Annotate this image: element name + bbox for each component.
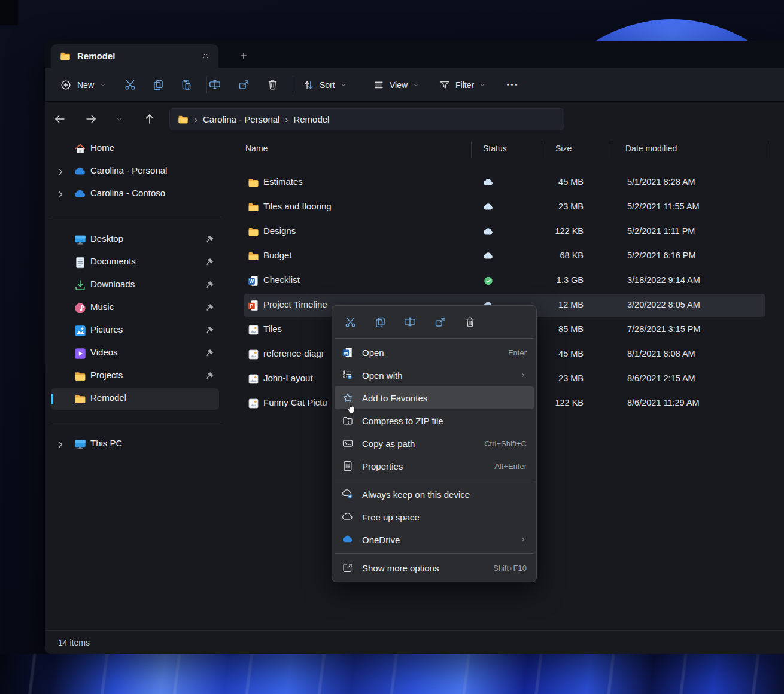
menu-item-show-more-options[interactable]: Show more options Shift+F10 (335, 556, 534, 579)
open-with-icon (342, 369, 354, 381)
sidebar-item-projects[interactable]: Projects (45, 365, 227, 388)
sort-dropdown[interactable]: Sort (298, 74, 352, 95)
cloud-status-icon (482, 251, 495, 262)
sidebar-item-documents[interactable]: Documents (45, 251, 227, 274)
view-label: View (390, 80, 408, 90)
column-divider[interactable] (471, 142, 472, 158)
onedrive-icon (342, 534, 354, 546)
pin-icon (204, 371, 215, 382)
share-icon[interactable] (429, 311, 451, 333)
recent-locations-button[interactable] (111, 111, 127, 127)
sidebar-item-carolina-personal[interactable]: Carolina - Personal (45, 160, 227, 183)
breadcrumb-chevron-icon: › (285, 114, 288, 124)
quick-actions-row (335, 308, 534, 336)
videos-icon (74, 347, 87, 360)
file-row-budget[interactable]: Budget 68 KB 5/2/2021 6:16 PM (242, 244, 784, 269)
menu-item-always-keep-on-device[interactable]: Always keep on this device (335, 483, 534, 506)
menu-item-free-up-space[interactable]: Free up space (335, 506, 534, 528)
column-divider[interactable] (542, 142, 542, 158)
file-row-tiles-and-flooring[interactable]: Tiles and flooring 23 MB 5/2/2021 11:55 … (242, 195, 784, 220)
pin-icon (204, 235, 215, 245)
paste-button[interactable] (175, 74, 197, 95)
copy-icon[interactable] (369, 311, 391, 333)
cloud-icon (342, 511, 354, 523)
see-more-button[interactable]: ••• (501, 74, 525, 95)
close-tab-button[interactable] (198, 49, 212, 63)
menu-item-onedrive[interactable]: OneDrive (335, 528, 534, 551)
cloud-status-icon (482, 202, 495, 213)
up-button[interactable] (139, 108, 160, 130)
pictures-icon (74, 324, 87, 337)
column-headers: Name Status Size Date modified (242, 136, 784, 163)
column-divider[interactable] (768, 142, 768, 158)
column-header-size[interactable]: Size (555, 144, 572, 153)
selection-accent-pill (51, 394, 53, 404)
tab-remodel[interactable]: Remodel (51, 44, 218, 68)
wallpaper-petals (0, 654, 784, 694)
address-bar[interactable]: › Carolina - Personal › Remodel (169, 108, 564, 130)
rename-button[interactable] (204, 74, 226, 95)
menu-divider (335, 480, 533, 480)
back-button[interactable] (49, 108, 71, 130)
file-row-estimates[interactable]: Estimates 45 MB 5/1/2021 8:28 AM (242, 171, 784, 195)
word-file-icon (247, 275, 260, 287)
folder-icon (177, 114, 189, 126)
view-dropdown[interactable]: View (368, 74, 424, 95)
plus-circle-icon (60, 79, 72, 91)
sidebar-item-home[interactable]: Home (45, 138, 227, 160)
folder-icon (59, 50, 71, 62)
expand-chevron-icon[interactable] (54, 188, 66, 200)
delete-button[interactable] (262, 74, 283, 95)
column-header-status[interactable]: Status (483, 144, 507, 153)
cut-button[interactable] (119, 74, 141, 95)
expand-chevron-icon[interactable] (54, 439, 66, 451)
navigation-bar: › Carolina - Personal › Remodel (45, 102, 784, 136)
sidebar-item-music[interactable]: Music (45, 297, 227, 319)
downloads-icon (74, 279, 87, 292)
filter-dropdown[interactable]: Filter (434, 74, 491, 95)
forward-button[interactable] (80, 108, 102, 130)
menu-item-add-to-favorites[interactable]: Add to Favorites (335, 386, 534, 409)
delete-icon[interactable] (459, 311, 481, 333)
menu-item-properties[interactable]: Properties Alt+Enter (335, 455, 534, 477)
rename-icon[interactable] (399, 311, 421, 333)
pin-icon (204, 348, 215, 359)
column-divider[interactable] (612, 142, 612, 158)
desktop-icon (74, 233, 87, 246)
cut-icon[interactable] (339, 311, 361, 333)
sidebar-item-downloads[interactable]: Downloads (45, 274, 227, 297)
image-file-icon (247, 348, 260, 361)
new-button[interactable]: New (54, 74, 113, 95)
breadcrumb-current[interactable]: Remodel (293, 114, 329, 124)
column-header-date[interactable]: Date modified (625, 144, 677, 153)
copy-button[interactable] (147, 74, 169, 95)
sidebar-item-remodel[interactable]: Remodel (45, 388, 227, 410)
sidebar-item-carolina-contoso[interactable]: Carolina - Contoso (45, 183, 227, 206)
menu-item-compress-zip[interactable]: Compress to ZIP file (335, 409, 534, 432)
expand-chevron-icon[interactable] (54, 166, 66, 178)
menu-divider (335, 553, 533, 554)
new-button-label: New (77, 80, 94, 90)
folder-icon (247, 176, 260, 189)
new-tab-button[interactable] (235, 47, 252, 64)
view-icon (373, 79, 385, 91)
command-toolbar: New Sort View (45, 68, 784, 102)
column-header-name[interactable]: Name (245, 144, 268, 153)
file-row-checklist[interactable]: Checklist 1.3 GB 3/18/2022 9:14 AM (242, 269, 784, 293)
sidebar-item-pictures[interactable]: Pictures (45, 319, 227, 342)
cloud-download-icon (342, 488, 354, 500)
image-file-icon (247, 397, 260, 410)
sidebar-item-videos[interactable]: Videos (45, 342, 227, 365)
navigation-pane: Home Carolina - Personal Carolina - Cont… (45, 136, 227, 630)
filter-label: Filter (455, 80, 474, 90)
item-count: 14 items (58, 638, 90, 647)
file-row-designs[interactable]: Designs 122 KB 5/2/2021 1:11 PM (242, 220, 784, 244)
breadcrumb-root[interactable]: Carolina - Personal (203, 114, 279, 124)
sidebar-item-this-pc[interactable]: This PC (45, 433, 227, 456)
sidebar-divider (51, 422, 221, 422)
share-button[interactable] (233, 74, 254, 95)
menu-item-copy-as-path[interactable]: Copy as path Ctrl+Shift+C (335, 432, 534, 455)
menu-item-open[interactable]: Open Enter (335, 341, 534, 364)
sidebar-item-desktop[interactable]: Desktop (45, 229, 227, 251)
menu-item-open-with[interactable]: Open with (335, 364, 534, 386)
